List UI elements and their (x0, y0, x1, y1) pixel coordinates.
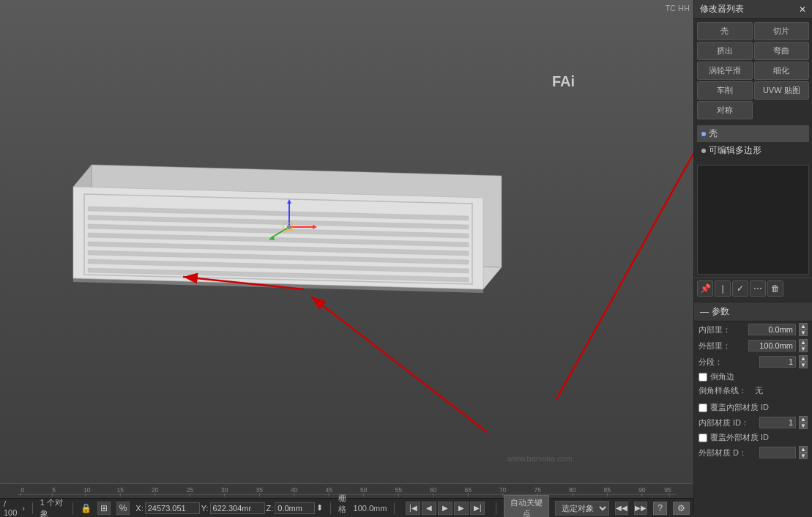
outer-id-row: 外部材质 D： ▲ ▼ (694, 445, 812, 461)
bevel-row: 倒角边 (694, 370, 812, 384)
inner-id-label: 内部材质 ID： (699, 417, 756, 428)
segments-up[interactable]: ▲ (799, 355, 808, 362)
outer-row: 外部里： ▲ ▼ (694, 338, 812, 354)
modifier-grid: 壳 切片 挤出 弯曲 涡轮平滑 细化 车削 UVW 贴图 对称 (694, 19, 812, 122)
viewport-label: TC HH (665, 4, 690, 12)
inner-mat-label: 覆盖内部材质 ID (710, 402, 769, 413)
mod-btn-wopinhua[interactable]: 涡轮平滑 (697, 62, 753, 80)
svg-marker-15 (287, 199, 291, 204)
stack-dot-ke (701, 132, 706, 136)
grid-display: 栅格 = 100.0mm (338, 493, 387, 518)
svg-text:55: 55 (395, 486, 403, 494)
mod-btn-ke[interactable]: 壳 (697, 22, 753, 40)
mod-btn-duichen[interactable]: 对称 (697, 101, 753, 119)
outer-mat-label: 覆盖外部材质 ID (710, 432, 769, 443)
segments-label: 分段： (699, 357, 756, 368)
outer-input[interactable] (748, 340, 796, 352)
params-header-label: 参数 (712, 305, 729, 318)
x-input[interactable] (145, 502, 200, 514)
right-panel: 修改器列表 ✕ 壳 切片 挤出 弯曲 涡轮平滑 细化 车削 UVW 贴图 对称 … (693, 0, 812, 517)
inner-id-down[interactable]: ▼ (799, 423, 808, 429)
z-label: Z: (267, 504, 274, 513)
inner-id-up[interactable]: ▲ (799, 416, 808, 423)
mod-btn-che[interactable]: 车削 (697, 81, 753, 100)
bevel-label: 倒角边 (710, 371, 734, 382)
mod-btn-xihua[interactable]: 细化 (754, 62, 810, 80)
modifier-stack: 壳 可编辑多边形 (694, 122, 812, 162)
mod-btn-qiepian[interactable]: 切片 (754, 22, 810, 40)
outer-label: 外部里： (699, 341, 745, 352)
svg-text:80: 80 (569, 486, 576, 494)
object-count-label: 1 个对象 (40, 497, 65, 518)
svg-text:35: 35 (256, 486, 264, 494)
outer-mat-row: 覆盖外部材质 ID (694, 431, 812, 445)
pin-button[interactable]: 📌 (697, 280, 713, 297)
prev-nav-button[interactable]: ◀◀ (615, 502, 628, 515)
settings-icon[interactable]: ⚙ (673, 502, 690, 515)
stack-label-ke: 壳 (709, 127, 718, 140)
svg-text:45: 45 (326, 486, 333, 494)
inner-input[interactable] (748, 324, 796, 335)
stack-item-poly[interactable]: 可编辑多边形 (697, 142, 809, 159)
help-icon[interactable]: ? (653, 502, 667, 515)
percent-icon[interactable]: % (116, 502, 130, 515)
svg-marker-17 (313, 225, 317, 229)
bevel-spline-label: 倒角样条线： (699, 385, 752, 396)
stack-dot-poly (701, 149, 706, 153)
params-collapse-icon[interactable]: — (700, 307, 709, 317)
status-bar: / 100 › 1 个对象 🔒 ⊞ % X: Y: Z: ⬍ 栅格 = 100.… (0, 498, 693, 517)
viewport-3d[interactable]: TC HH FAi (0, 0, 693, 483)
configure-button[interactable]: ⋯ (750, 280, 766, 297)
trash-button[interactable]: 🗑 (767, 280, 783, 297)
y-input[interactable] (210, 502, 265, 514)
outer-id-up[interactable]: ▲ (799, 446, 808, 453)
svg-text:10: 10 (83, 486, 91, 494)
mod-btn-uvw[interactable]: UVW 贴图 (754, 81, 810, 100)
z-input[interactable] (275, 502, 315, 514)
outer-down[interactable]: ▼ (799, 346, 808, 352)
x-label: X: (135, 504, 143, 513)
inner-mat-checkbox[interactable] (699, 403, 707, 412)
outer-id-down[interactable]: ▼ (799, 453, 808, 459)
params-header: — 参数 (694, 302, 812, 321)
select-dropdown[interactable]: 选定对象 (555, 501, 609, 516)
mod-btn-jichu[interactable]: 挤出 (697, 42, 753, 60)
next-frame-button[interactable]: ▶ (454, 502, 469, 515)
move-down-button[interactable]: ✓ (732, 280, 748, 297)
grid-label: 栅格 = (338, 493, 349, 518)
inner-down[interactable]: ▼ (799, 330, 808, 336)
svg-text:90: 90 (638, 486, 646, 494)
next-nav-button[interactable]: ▶▶ (634, 502, 647, 515)
skip-end-button[interactable]: ▶| (470, 502, 485, 515)
svg-text:75: 75 (534, 486, 542, 494)
outer-id-input[interactable] (759, 447, 796, 458)
outer-up[interactable]: ▲ (799, 339, 808, 346)
svg-text:70: 70 (499, 486, 507, 494)
segments-input[interactable] (759, 356, 796, 368)
current-frame: / 100 (4, 499, 17, 517)
bevel-spline-value: 无 (755, 385, 808, 396)
skip-start-button[interactable]: |◀ (406, 502, 420, 515)
segments-down[interactable]: ▼ (799, 362, 808, 368)
modifier-header-close[interactable]: ✕ (799, 4, 806, 15)
inner-id-input[interactable] (759, 417, 796, 428)
move-up-button[interactable]: | (715, 280, 731, 297)
inner-id-spinner: ▲ ▼ (799, 416, 808, 429)
autokey-button[interactable]: 自动关键点 (504, 495, 549, 518)
prev-frame-button[interactable]: ◀ (422, 502, 436, 515)
modifier-preview (697, 165, 809, 275)
play-button[interactable]: ▶ (438, 502, 452, 515)
bevel-checkbox[interactable] (699, 373, 707, 382)
bevel-spline-row: 倒角样条线： 无 (694, 384, 812, 398)
frame-indicator: / 100 › (4, 499, 25, 517)
svg-point-21 (287, 225, 291, 229)
inner-up[interactable]: ▲ (799, 323, 808, 330)
inner-row: 内部里： ▲ ▼ (694, 321, 812, 338)
outer-id-spinner: ▲ ▼ (799, 446, 808, 459)
spin-arrows: ⬍ (316, 503, 323, 513)
outer-mat-checkbox[interactable] (699, 434, 707, 442)
stack-item-ke[interactable]: 壳 (697, 125, 809, 142)
snap-icon[interactable]: ⊞ (97, 502, 111, 515)
grid-value: 100.0mm (354, 504, 387, 513)
mod-btn-wanqu[interactable]: 弯曲 (754, 42, 810, 60)
